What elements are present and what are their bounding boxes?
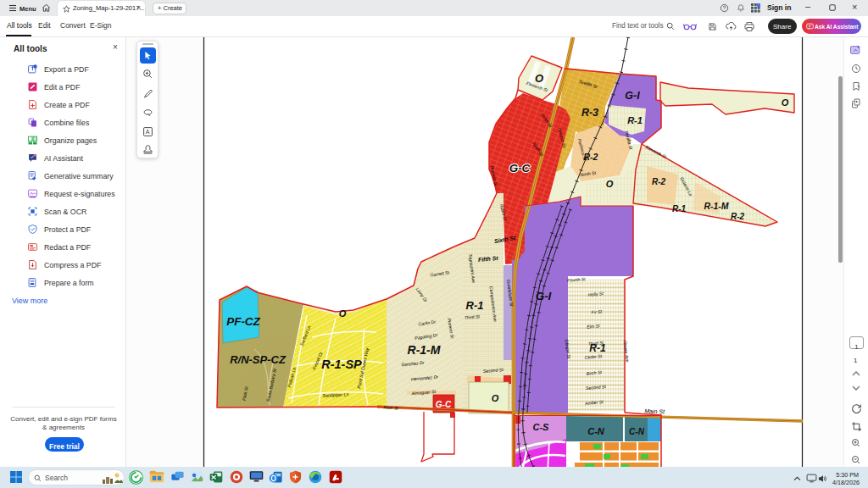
svg-text:C-N: C-N [587,426,605,436]
svg-text:R-1: R-1 [627,115,643,125]
svg-text:O: O [782,97,789,108]
svg-text:PF-CZ: PF-CZ [226,315,260,328]
svg-text:R-1-M: R-1-M [408,343,441,357]
svg-text:C-S: C-S [533,422,550,432]
svg-text:Main St: Main St [644,408,665,415]
svg-text:R-1-SP: R-1-SP [321,358,362,371]
svg-text:R-2: R-2 [652,177,666,186]
svg-text:R-2: R-2 [731,212,745,221]
svg-text:O: O [606,179,614,189]
svg-text:R-1-M: R-1-M [704,201,728,211]
svg-text:R/N-SP-CZ: R/N-SP-CZ [230,353,287,366]
svg-text:Menu: Menu [19,5,36,13]
svg-text:G-I: G-I [536,290,552,302]
svg-text:O: O [339,308,347,319]
svg-text:O: O [492,393,499,403]
svg-text:G-I: G-I [625,90,640,102]
svg-text:R-3: R-3 [581,107,598,119]
svg-text:C-N: C-N [629,427,645,436]
svg-text:Fir St: Fir St [591,308,602,314]
svg-text:G-C: G-C [436,400,452,409]
svg-text:R-1: R-1 [466,299,484,312]
svg-text:R-1: R-1 [672,204,687,214]
svg-text:Main St: Main St [383,405,398,411]
svg-text:G-C: G-C [509,162,531,175]
svg-text:A: A [146,129,150,135]
